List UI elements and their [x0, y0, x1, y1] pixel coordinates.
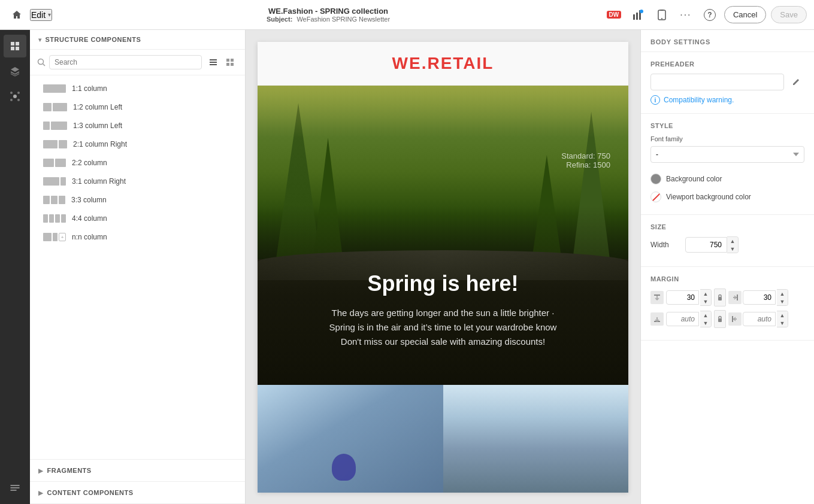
svg-rect-32 [718, 318, 722, 322]
margin-bottom-row: ▲ ▼ [650, 310, 804, 328]
canvas-area[interactable]: WE.RETAIL [246, 30, 640, 504]
svg-rect-20 [210, 64, 217, 65]
structure-chevron-icon: ▾ [38, 37, 42, 43]
svg-point-15 [17, 99, 20, 101]
margin-lock-button-2[interactable] [714, 310, 726, 328]
dw-button[interactable]: DW [604, 5, 624, 25]
width-label: Width [650, 241, 680, 249]
preheader-input[interactable] [650, 74, 784, 90]
component-nncol[interactable]: + n:n column [35, 228, 240, 246]
more-options-button[interactable]: ··· [676, 5, 695, 25]
hero-line3: Don't miss our special sale with amazing… [282, 335, 604, 349]
structure-components-header[interactable]: ▾ STRUCTURE COMPONENTS [30, 30, 245, 50]
hiker-bg [443, 385, 629, 493]
margin-bottom-increment[interactable]: ▲ [700, 311, 711, 319]
margin-bottom-decrement[interactable]: ▼ [700, 319, 711, 327]
email-hero: Standard: 750 Refina: 1500 Spring is her… [258, 86, 628, 385]
width-decrement-button[interactable]: ▼ [727, 245, 738, 253]
margin-top-icon [650, 291, 664, 304]
topbar-center: WE.Fashion - SPRING collection Subject: … [57, 7, 600, 23]
22col-label: 2:2 column [72, 159, 107, 167]
31col-label: 3:1 column Right [72, 177, 126, 186]
margin-left-input[interactable] [743, 312, 776, 326]
color-options: Background color Viewport background col… [650, 170, 804, 206]
component-13col[interactable]: 1:3 column Left [35, 117, 240, 135]
bottom-sections: ▶ FRAGMENTS ▶ CONTENT COMPONENTS [30, 459, 245, 504]
component-21col[interactable]: 2:1 column Right [35, 135, 240, 153]
content-components-section[interactable]: ▶ CONTENT COMPONENTS [30, 482, 245, 504]
font-family-select[interactable]: - Arial Georgia Helvetica Times New Roma… [650, 146, 804, 163]
margin-top-decrement[interactable]: ▼ [700, 297, 711, 305]
width-input-group: ▲ ▼ [685, 236, 804, 253]
save-button[interactable]: Save [771, 6, 807, 23]
margin-right-increment[interactable]: ▲ [777, 290, 788, 297]
layers-strip-button[interactable] [4, 60, 26, 83]
margin-left-decrement[interactable]: ▼ [777, 319, 788, 327]
svg-rect-24 [231, 63, 234, 66]
compatibility-warning[interactable]: i Compatibility warning. [650, 95, 804, 105]
component-31col[interactable]: 3:1 column Right [35, 172, 240, 190]
margin-top-input[interactable] [666, 290, 699, 305]
width-increment-button[interactable]: ▲ [727, 237, 738, 245]
44col-icon [43, 214, 66, 223]
dw-badge: DW [607, 11, 622, 19]
preheader-edit-button[interactable] [788, 74, 804, 90]
svg-rect-22 [231, 59, 234, 62]
margin-bottom-input[interactable] [666, 312, 699, 326]
margin-right-decrement[interactable]: ▼ [777, 297, 788, 305]
svg-point-12 [10, 92, 13, 94]
list-view-button[interactable] [205, 54, 221, 70]
svg-rect-10 [16, 47, 19, 50]
home-button[interactable] [7, 5, 26, 25]
topbar-right: DW ··· ? Cancel Save [604, 5, 807, 25]
viewport-bg-swatch[interactable] [650, 192, 661, 202]
component-44col[interactable]: 4:4 column [35, 210, 240, 227]
topbar: Edit ▾ WE.Fashion - SPRING collection Su… [0, 0, 814, 30]
margin-left-field: ▲ ▼ [728, 311, 788, 327]
structure-strip-button[interactable] [4, 35, 26, 57]
compat-warning-text: Compatibility warning. [664, 96, 734, 104]
svg-rect-18 [210, 59, 217, 60]
topbar-left: Edit ▾ [7, 5, 52, 25]
component-22col[interactable]: 2:2 column [35, 154, 240, 172]
font-family-label: Font family [650, 135, 804, 142]
list-view-icon [209, 58, 217, 66]
cancel-button[interactable]: Cancel [724, 6, 766, 23]
bottom-strip-button[interactable] [4, 476, 26, 499]
size-section-title: SIZE [650, 223, 804, 230]
pencil-icon [792, 78, 800, 86]
1col-icon [43, 84, 66, 93]
svg-rect-28 [737, 294, 738, 300]
margin-left-spinner: ▲ ▼ [777, 311, 788, 327]
grid-view-button[interactable] [222, 54, 238, 70]
sky-glow [258, 86, 628, 138]
svg-point-14 [10, 99, 13, 101]
components-list: 1:1 column 1:2 column Left 1:3 column Le… [30, 75, 245, 459]
pricing-standard: Standard: 750 [561, 151, 610, 160]
logo-retail: RETAIL [427, 54, 494, 72]
margin-top-increment[interactable]: ▲ [700, 290, 711, 297]
email-split [258, 385, 628, 493]
component-33col[interactable]: 3:3 column [35, 191, 240, 209]
fragments-section[interactable]: ▶ FRAGMENTS [30, 460, 245, 482]
email-title: WE.Fashion - SPRING collection [268, 7, 388, 16]
mobile-preview-button[interactable] [652, 5, 671, 25]
33col-icon [43, 196, 65, 204]
margin-lock-button[interactable] [714, 289, 726, 306]
components-strip-button[interactable] [4, 85, 26, 108]
content-components-label: CONTENT COMPONENTS [47, 489, 134, 496]
margin-left-increment[interactable]: ▲ [777, 311, 788, 319]
margin-right-input[interactable] [743, 290, 776, 305]
help-button[interactable]: ? [700, 5, 719, 25]
edit-dropdown-button[interactable]: Edit ▾ [30, 9, 52, 21]
search-input[interactable] [49, 55, 202, 69]
analytics-button[interactable] [628, 5, 647, 25]
bg-color-row: Background color [650, 170, 804, 188]
bg-color-swatch[interactable] [650, 174, 661, 184]
component-1col[interactable]: 1:1 column [35, 80, 240, 98]
margin-top-field: ▲ ▼ [666, 289, 712, 306]
component-12col[interactable]: 1:2 column Left [35, 98, 240, 116]
width-input[interactable] [685, 237, 727, 253]
svg-rect-25 [654, 294, 660, 296]
split-image-left [258, 385, 443, 493]
